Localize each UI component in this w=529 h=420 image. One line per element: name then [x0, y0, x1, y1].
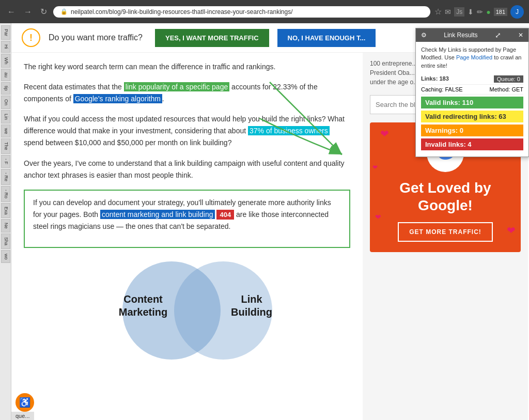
panel-header: ⚙ Link Results ⤢ ✕	[416, 28, 528, 42]
sidebar-tab-we[interactable]: we	[1, 125, 10, 138]
links-label: Links: 183	[421, 75, 449, 83]
page-modified-link[interactable]: Page Modified	[456, 54, 492, 60]
green-outline-box: If you can develop and document your str…	[24, 190, 350, 248]
caching-row: Caching: FALSE Method: GET	[421, 85, 523, 95]
para2-before: Recent data estimates that the	[24, 83, 124, 91]
para3-after: spend between $10,000 and $50,000 per mo…	[24, 138, 231, 147]
article: The right key word search term can mean …	[11, 53, 363, 420]
sidebar-tab-tip[interactable]: tip	[1, 82, 10, 95]
accessibility-button[interactable]: ♿	[15, 393, 34, 412]
profile-avatar[interactable]: J	[510, 5, 524, 19]
para2-after: .	[162, 95, 164, 103]
warnings-stat: Warnings: 0	[421, 125, 523, 136]
address-bar[interactable]: 🔒 neilpatel.com/blog/9-link-building-res…	[53, 6, 430, 18]
venn-svg: Content Marketing Link Building	[99, 256, 275, 365]
google-ad-title: Get Loved byGoogle!	[380, 179, 510, 214]
para-4: Over the years, I've come to understand …	[24, 158, 350, 181]
sidebar-tab-au[interactable]: au	[1, 69, 10, 81]
para-3: What if you could access the most update…	[24, 113, 350, 149]
left-sidebar: Par Hi Wh au tip On Lin we The - F - Re …	[0, 23, 11, 420]
no-traffic-button[interactable]: NO, I HAVE ENOUGH T...	[277, 29, 376, 47]
para-2: Recent data estimates that the link popu…	[24, 81, 350, 105]
sidebar-tab-wo[interactable]: wo	[1, 250, 10, 263]
svg-text:Content: Content	[123, 293, 163, 305]
sidebar-tab-on[interactable]: On	[1, 96, 10, 109]
sidebar-tab-exa[interactable]: Exa	[1, 203, 10, 219]
content-marketing-highlight: content marketing and link building	[100, 210, 215, 219]
sidebar-tab-re[interactable]: - Re	[1, 169, 10, 185]
sidebar-tab-sha[interactable]: Sha	[1, 234, 10, 249]
sidebar-tab-ne[interactable]: Ne	[1, 219, 10, 232]
business-owners-highlight: 37% of business owners	[248, 126, 330, 135]
lock-icon: 🔒	[60, 8, 68, 15]
star-icon[interactable]: ☆	[434, 7, 442, 17]
para-5: If you can develop and document your str…	[33, 197, 341, 232]
heart-3: ❤	[375, 213, 381, 221]
method-label: Method: GET	[490, 86, 523, 92]
mail-icon[interactable]: ✉	[445, 8, 451, 16]
sidebar-tab-wh[interactable]: Wh	[1, 54, 10, 68]
heart-4: ❤	[507, 224, 516, 237]
download-icon[interactable]: ⬇	[468, 8, 474, 16]
panel-close-button[interactable]: ✕	[518, 32, 523, 39]
back-button[interactable]: ←	[5, 5, 18, 19]
svg-text:Marketing: Marketing	[119, 306, 167, 318]
valid-links-stat: Valid links: 110	[421, 97, 523, 108]
sidebar-tab-lin[interactable]: Lin	[1, 110, 10, 123]
sidebar-tab-ro[interactable]: - Ro	[1, 186, 10, 202]
error-404-badge: 404	[216, 210, 234, 220]
sidebar-tab-hi[interactable]: Hi	[1, 41, 10, 53]
green-circle-icon[interactable]: ●	[486, 8, 490, 16]
panel-info-text: Check My Links is supported by Page Modf…	[421, 46, 523, 70]
links-row: Links: 183 Queue: 0	[421, 74, 523, 85]
venn-diagram: Content Marketing Link Building	[24, 256, 350, 370]
get-traffic-button[interactable]: GET MORE TRAFFIC!	[398, 222, 493, 242]
js-icon[interactable]: Js	[454, 7, 464, 17]
url-text: neilpatel.com/blog/9-link-building-resou…	[71, 8, 293, 15]
browser-chrome: ← → ↻ 🔒 neilpatel.com/blog/9-link-buildi…	[0, 0, 529, 23]
heart-1: ❤	[380, 128, 389, 140]
refresh-button[interactable]: ↻	[38, 5, 49, 19]
yes-traffic-button[interactable]: YES, I WANT MORE TRAFFIC	[155, 29, 269, 47]
traffic-question: Do you want more traffic?	[49, 33, 143, 42]
link-results-panel: ⚙ Link Results ⤢ ✕ Check My Links is sup…	[415, 28, 529, 157]
180-icon[interactable]: 181	[494, 8, 507, 16]
panel-icon: ⚙	[421, 32, 427, 39]
panel-body: Check My Links is supported by Page Modf…	[416, 42, 528, 157]
caching-label: Caching: FALSE	[421, 86, 463, 92]
svg-text:Link: Link	[241, 293, 262, 305]
warning-icon: !	[22, 28, 40, 47]
link-popularity-highlight: link popularity of a specific page	[124, 82, 229, 91]
queue-label: Queue: 0	[494, 75, 523, 83]
panel-title: Link Results	[444, 32, 477, 39]
sidebar-tab-the[interactable]: The	[1, 138, 10, 154]
sidebar-tab-par[interactable]: Par	[1, 25, 10, 40]
svg-text:Building: Building	[231, 306, 272, 318]
edit-icon[interactable]: ✏	[477, 8, 483, 16]
forward-button[interactable]: →	[22, 5, 34, 19]
google-algorithm-highlight: Google's ranking algorithm	[73, 94, 162, 103]
panel-action-icon[interactable]: ⤢	[495, 31, 501, 39]
para-1: The right key word search term can mean …	[24, 61, 350, 73]
sidebar-tab-f[interactable]: - F	[1, 155, 10, 168]
invalid-links-stat: Invalid links: 4	[421, 138, 523, 150]
redirecting-links-stat: Valid redirecting links: 63	[421, 111, 523, 122]
browser-actions: ☆ ✉ Js ⬇ ✏ ● 181 J	[434, 5, 524, 19]
queue-bottom-label: que...	[11, 412, 34, 420]
heart-5: ❤	[372, 164, 378, 171]
